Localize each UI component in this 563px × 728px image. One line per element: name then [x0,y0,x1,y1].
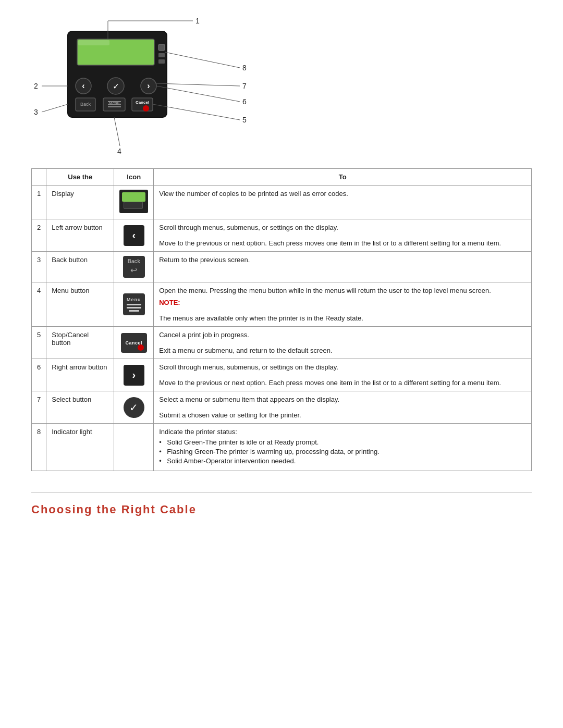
table-cell-label: Stop/Cancel button [46,327,114,359]
table-cell-num: 2 [32,219,46,252]
table-cell-icon: ✓ [114,391,154,424]
table-cell-icon: ‹ [114,219,154,252]
bullet-list: Solid Green-The printer is idle or at Re… [159,438,526,465]
table-cell-desc: Return to the previous screen. [154,252,532,282]
table-cell-icon [114,424,154,471]
table-cell-label: Menu button [46,282,114,327]
table-cell-label: Display [46,186,114,219]
table-cell-num: 5 [32,327,46,359]
menu-icon: Menu [123,293,145,315]
table-cell-desc: Scroll through menus, submenus, or setti… [154,359,532,391]
list-item: Solid Green-The printer is idle or at Re… [159,438,526,446]
table-cell-label: Indicator light [46,424,114,471]
table-cell-desc: View the number of copies to be printed … [154,186,532,219]
table-cell-num: 3 [32,252,46,282]
table-cell-icon: Cancel [114,327,154,359]
svg-rect-2 [78,40,109,45]
description-text: Return to the previous screen. [159,256,250,264]
table-cell-label: Select button [46,391,114,424]
back-icon: Back ↩ [123,256,145,278]
table-cell-icon [114,186,154,219]
svg-text:›: › [147,81,150,90]
svg-text:Back: Back [80,102,91,107]
description-text: View the number of copies to be printed … [159,190,348,198]
table-header-num [32,169,46,186]
svg-line-33 [156,86,240,102]
table-header-icon: Icon [114,169,154,186]
section-heading: Choosing the Right Cable [31,503,532,516]
table-cell-icon: › [114,359,154,391]
description-text: Scroll through menus, submenus, or setti… [159,363,338,371]
svg-line-35 [156,83,240,86]
description-text-2: Exit a menu or submenu, and return to th… [159,347,332,354]
table-header-to: To [154,169,532,186]
svg-line-29 [114,117,120,146]
table-cell-desc: Select a menu or submenu item that appea… [154,391,532,424]
table-cell-num: 4 [32,282,46,327]
table-cell-desc: Indicate the printer status:Solid Green-… [154,424,532,471]
svg-text:6: 6 [242,97,247,106]
svg-line-27 [42,104,68,112]
description-text: Open the menu. Pressing the menu button … [159,287,491,294]
arrow-left-icon: ‹ [124,225,144,246]
cancel-icon: Cancel [121,333,147,353]
svg-text:5: 5 [242,116,247,124]
note-text: The menus are available only when the pr… [159,314,363,322]
svg-text:2: 2 [34,82,38,90]
table-cell-desc: Open the menu. Pressing the menu button … [154,282,532,327]
table-cell-num: 7 [32,391,46,424]
svg-rect-20 [158,53,165,57]
table-cell-desc: Cancel a print job in progress.Exit a me… [154,327,532,359]
svg-text:1: 1 [195,17,200,25]
description-text-2: Move to the previous or next option. Eac… [159,379,501,387]
svg-text:✓: ✓ [113,82,119,91]
table-cell-label: Right arrow button [46,359,114,391]
arrow-right-icon: › [124,365,144,386]
svg-line-37 [165,52,240,68]
svg-text:‹: ‹ [82,81,84,90]
table-cell-num: 8 [32,424,46,471]
table-cell-icon: Menu [114,282,154,327]
svg-text:Cancel: Cancel [136,100,149,105]
table-cell-icon: Back ↩ [114,252,154,282]
table-cell-num: 6 [32,359,46,391]
description-text: Indicate the printer status: [159,428,237,436]
table-cell-desc: Scroll through menus, submenus, or setti… [154,219,532,252]
description-text-2: Submit a chosen value or setting for the… [159,411,301,419]
table-cell-label: Left arrow button [46,219,114,252]
svg-text:8: 8 [242,64,247,72]
printer-diagram: ‹ ✓ › Back Menu Cancel 1 2 3 [31,16,532,158]
svg-point-18 [143,105,149,112]
svg-rect-21 [158,59,165,64]
section-divider [31,492,532,492]
list-item: Solid Amber-Operator intervention needed… [159,457,526,465]
description-text-2: Move to the previous or next option. Eac… [159,239,501,247]
table-cell-num: 1 [32,186,46,219]
list-item: Flashing Green-The printer is warming up… [159,448,526,455]
description-text: Cancel a print job in progress. [159,331,249,339]
table-header-use: Use the [46,169,114,186]
select-icon: ✓ [124,397,144,418]
svg-text:7: 7 [242,82,247,90]
features-table: Use the Icon To 1DisplayView the number … [31,168,532,471]
note-label: NOTE: [159,299,526,306]
description-text: Scroll through menus, submenus, or setti… [159,224,338,231]
display-icon [119,190,148,213]
svg-rect-19 [158,44,165,51]
svg-text:4: 4 [117,147,121,155]
table-cell-label: Back button [46,252,114,282]
svg-text:3: 3 [34,108,38,116]
description-text: Select a menu or submenu item that appea… [159,396,339,403]
